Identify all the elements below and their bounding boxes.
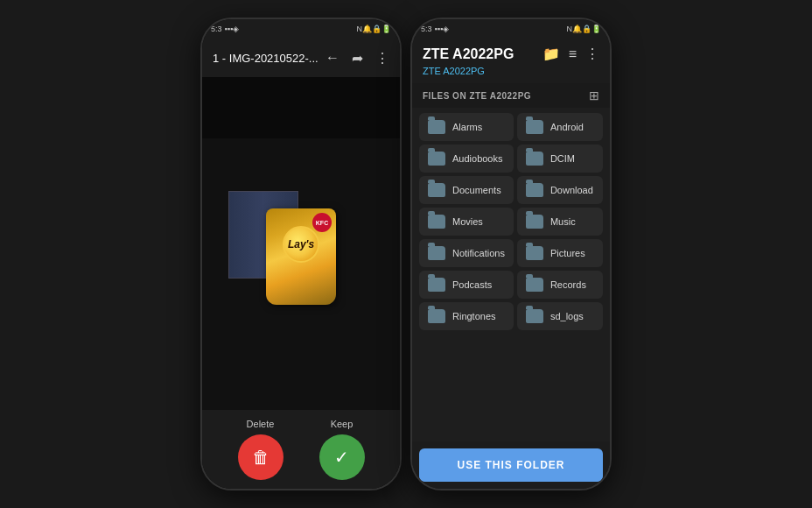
- folder-item[interactable]: Alarms: [419, 113, 514, 141]
- section-label: FILES ON ZTE A2022PG: [423, 91, 531, 101]
- viewer-title: 1 - IMG-20210522-...: [213, 52, 318, 65]
- folder-item[interactable]: Documents: [419, 176, 514, 204]
- folder-icon: [428, 278, 445, 292]
- share-icon[interactable]: ➦: [352, 50, 363, 67]
- folder-item[interactable]: Podcasts: [419, 271, 514, 299]
- file-manager: 5:3 ▪▪▪◈ N🔔🔒🔋 ZTE A2022PG 📁 ≡ ⋮ Z: [412, 19, 610, 489]
- folders-grid: AlarmsAndroidAudiobooksDCIMDocumentsDown…: [412, 108, 610, 441]
- folder-icon: [526, 215, 543, 229]
- folder-item[interactable]: Pictures: [517, 239, 603, 267]
- trash-icon: 🗑: [252, 448, 270, 468]
- fm-bottom: USE THIS FOLDER: [412, 441, 610, 489]
- kfc-badge: KFC: [312, 213, 332, 232]
- folder-item[interactable]: DCIM: [517, 145, 603, 173]
- folder-item[interactable]: Music: [517, 208, 603, 236]
- folder-name: Audiobooks: [452, 153, 503, 164]
- breadcrumb[interactable]: ZTE A2022PG: [423, 62, 599, 80]
- folder-name: Records: [550, 279, 586, 290]
- delete-label: Delete: [247, 419, 275, 429]
- lays-logo: Lay's: [283, 226, 319, 263]
- folder-item[interactable]: Records: [517, 271, 603, 299]
- keep-group: Keep ✓: [319, 419, 365, 480]
- folder-icon: [428, 183, 445, 197]
- fm-header: ZTE A2022PG 📁 ≡ ⋮ ZTE A2022PG: [412, 39, 610, 83]
- folder-name: Notifications: [452, 248, 505, 258]
- lays-bag: Lay's KFC: [266, 208, 336, 305]
- folder-icon: [428, 309, 445, 323]
- folder-name: Movies: [452, 216, 483, 227]
- left-phone: 5:3 ▪▪▪◈ N🔔🔒🔋 1 - IMG-20210522-... ← ➦ ⋮: [200, 18, 402, 490]
- folder-name: Alarms: [452, 122, 482, 132]
- right-phone: 5:3 ▪▪▪◈ N🔔🔒🔋 ZTE A2022PG 📁 ≡ ⋮ Z: [410, 18, 612, 490]
- viewer-toolbar: 1 - IMG-20210522-... ← ➦ ⋮: [202, 39, 400, 77]
- photo-scene: Lay's KFC: [202, 173, 400, 314]
- folder-icon: [526, 278, 543, 292]
- action-buttons: Delete 🗑 Keep ✓: [202, 410, 400, 489]
- folder-icon: [428, 215, 445, 229]
- left-time: 5:3: [211, 25, 222, 33]
- folder-item[interactable]: Audiobooks: [419, 145, 514, 173]
- image-area: Lay's KFC: [202, 77, 400, 410]
- use-folder-button[interactable]: USE THIS FOLDER: [419, 448, 603, 482]
- folder-item[interactable]: Movies: [419, 208, 514, 236]
- back-icon[interactable]: ←: [326, 50, 340, 66]
- folder-item[interactable]: Download: [517, 176, 603, 204]
- right-time: 5:3: [421, 25, 432, 33]
- sort-icon[interactable]: ≡: [569, 46, 577, 62]
- folder-icon: [526, 183, 543, 197]
- folder-icon: [526, 152, 543, 166]
- folder-icon: [428, 120, 445, 134]
- folder-plus-icon[interactable]: 📁: [542, 46, 560, 62]
- right-carrier-icons: ▪▪▪◈: [435, 25, 450, 33]
- folder-item[interactable]: Ringtones: [419, 302, 514, 330]
- folder-name: DCIM: [550, 153, 575, 164]
- left-status-bar: 5:3 ▪▪▪◈ N🔔🔒🔋: [202, 19, 400, 39]
- folder-name: Download: [550, 185, 593, 195]
- left-carrier-icons: ▪▪▪◈: [225, 25, 240, 33]
- folder-item[interactable]: Notifications: [419, 239, 514, 267]
- right-signal-icons: N🔔🔒🔋: [567, 25, 602, 33]
- more-options-icon[interactable]: ⋮: [585, 46, 599, 62]
- folder-name: Ringtones: [452, 311, 496, 321]
- folder-name: Documents: [452, 185, 501, 195]
- folder-item[interactable]: Android: [517, 113, 603, 141]
- folder-icon: [428, 246, 445, 260]
- delete-group: Delete 🗑: [238, 419, 284, 480]
- folder-name: Podcasts: [452, 279, 492, 290]
- grid-view-icon[interactable]: ⊞: [589, 88, 599, 102]
- check-icon: ✓: [334, 447, 349, 468]
- keep-button[interactable]: ✓: [319, 434, 365, 480]
- fm-header-icons: 📁 ≡ ⋮: [542, 46, 599, 62]
- right-status-bar: 5:3 ▪▪▪◈ N🔔🔒🔋: [412, 19, 610, 39]
- image-viewer: 5:3 ▪▪▪◈ N🔔🔒🔋 1 - IMG-20210522-... ← ➦ ⋮: [202, 19, 400, 489]
- folder-icon: [526, 309, 543, 323]
- folder-name: Music: [550, 216, 576, 227]
- folder-name: Android: [550, 122, 584, 132]
- folder-name: Pictures: [550, 248, 585, 258]
- folder-name: sd_logs: [550, 311, 584, 321]
- folder-icon: [526, 120, 543, 134]
- folder-icon: [428, 152, 445, 166]
- fm-title: ZTE A2022PG: [423, 46, 514, 62]
- delete-button[interactable]: 🗑: [238, 434, 284, 480]
- fm-section-header: FILES ON ZTE A2022PG ⊞: [412, 83, 610, 108]
- folder-item[interactable]: sd_logs: [517, 302, 603, 330]
- folder-icon: [526, 246, 543, 260]
- more-icon[interactable]: ⋮: [375, 50, 389, 67]
- keep-label: Keep: [331, 419, 354, 429]
- left-signal-icons: N🔔🔒🔋: [357, 25, 392, 33]
